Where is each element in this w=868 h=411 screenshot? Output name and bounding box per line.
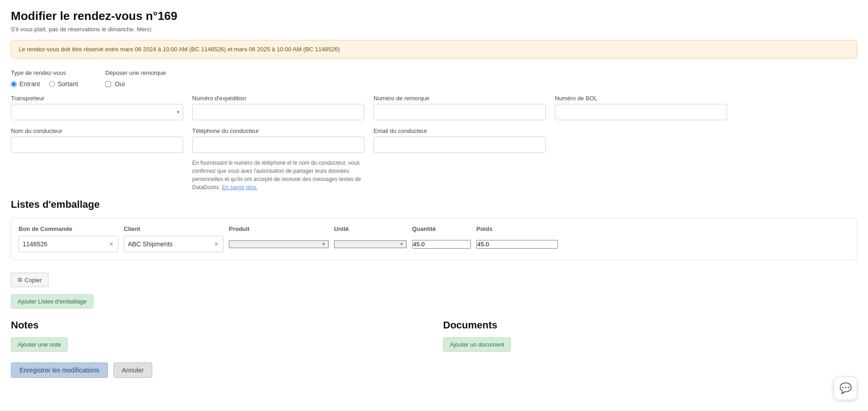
deposer-group: Déposer une remorque Oui — [105, 69, 166, 88]
type-rdv-group: Type de rendez-vous Entrant Sortant — [11, 69, 78, 88]
bol-group: Numéro de BOL — [555, 95, 727, 120]
nom-conducteur-group: Nom du conducteur — [11, 127, 183, 153]
transporteur-group: Transporteur — [11, 95, 183, 120]
radio-entrant[interactable] — [11, 81, 17, 87]
produit-select-wrapper[interactable] — [229, 240, 329, 248]
header-quantite: Quantité — [412, 225, 471, 232]
packing-table: Bon de Commande Client Produit Unité Qua… — [11, 218, 857, 260]
oui-checkbox[interactable] — [105, 81, 111, 87]
bol-input[interactable] — [555, 104, 727, 120]
radio-sortant-label[interactable]: Sortant — [49, 80, 78, 88]
email-conducteur-group: Email du conducteur — [373, 127, 546, 153]
cancel-button[interactable]: Annuler — [113, 362, 152, 378]
privacy-link[interactable]: En savoir plus. — [222, 184, 257, 191]
copy-button[interactable]: ⧉ Copier — [11, 273, 48, 287]
bon-commande-tag[interactable]: 1148526 × — [19, 236, 118, 252]
notes-section: Notes Ajouter une note — [11, 319, 425, 352]
radio-sortant[interactable] — [49, 81, 55, 87]
copy-icon: ⧉ — [18, 276, 22, 284]
tel-conducteur-group: Téléphone du conducteur En fournissant l… — [192, 127, 364, 191]
header-bon-commande: Bon de Commande — [19, 225, 118, 232]
documents-section: Documents Ajouter un document — [443, 319, 858, 352]
add-packing-button[interactable]: Ajouter Listes d'emballage — [11, 294, 93, 308]
page-title: Modifier le rendez-vous n°169 — [11, 9, 857, 23]
transporteur-select[interactable] — [11, 104, 183, 120]
bon-commande-clear-button[interactable]: × — [108, 240, 114, 248]
bon-commande-value: 1148526 — [23, 240, 108, 248]
bottom-section: Notes Ajouter une note Documents Ajouter… — [11, 319, 857, 352]
header-unite: Unité — [334, 225, 407, 232]
client-value: ABC Shipments — [128, 240, 213, 248]
footer-actions: Enregistrer les modifications Annuler — [11, 362, 857, 378]
nom-conducteur-label: Nom du conducteur — [11, 127, 183, 134]
alert-banner: Le rendez-vous doit être réservé entre m… — [11, 40, 857, 59]
packing-headers: Bon de Commande Client Produit Unité Qua… — [19, 225, 849, 232]
unite-select[interactable] — [334, 240, 407, 248]
chat-fab-button[interactable]: 💬 — [834, 377, 857, 387]
quantite-input[interactable]: 45.0 — [412, 240, 471, 249]
deposer-label: Déposer une remorque — [105, 69, 166, 76]
add-note-button[interactable]: Ajouter une note — [11, 338, 68, 352]
expedition-label: Numéro d'expédition — [192, 95, 364, 102]
produit-select[interactable] — [229, 240, 329, 248]
email-conducteur-input[interactable] — [373, 137, 546, 153]
poids-input[interactable]: 45.0 — [476, 240, 558, 249]
radio-entrant-label[interactable]: Entrant — [11, 80, 40, 88]
page-subtitle: S'il vous plaît, pas de réservations le … — [11, 26, 857, 33]
header-produit: Produit — [229, 225, 329, 232]
transporteur-label: Transporteur — [11, 95, 183, 102]
client-cell: ABC Shipments × — [124, 236, 223, 252]
transporteur-select-wrapper[interactable] — [11, 104, 183, 120]
remorque-label: Numéro de remorque — [373, 95, 546, 102]
remorque-input[interactable] — [373, 104, 546, 120]
header-client: Client — [124, 225, 223, 232]
unite-select-wrapper[interactable] — [334, 240, 407, 248]
packing-row: 1148526 × ABC Shipments × — [19, 236, 849, 252]
packing-title: Listes d'emballage — [11, 199, 857, 210]
chat-icon: 💬 — [839, 382, 852, 387]
expedition-group: Numéro d'expédition — [192, 95, 364, 120]
notes-title: Notes — [11, 319, 425, 331]
oui-label[interactable]: Oui — [115, 80, 125, 88]
produit-cell — [229, 240, 329, 248]
documents-title: Documents — [443, 319, 858, 331]
privacy-note: En fournissant le numéro de téléphone et… — [192, 159, 364, 191]
nom-conducteur-input[interactable] — [11, 137, 183, 153]
save-button[interactable]: Enregistrer les modifications — [11, 362, 108, 378]
expedition-input[interactable] — [192, 104, 364, 120]
add-document-button[interactable]: Ajouter un document — [443, 338, 511, 352]
copy-button-label: Copier — [24, 277, 42, 284]
email-conducteur-label: Email du conducteur — [373, 127, 546, 134]
bon-commande-cell: 1148526 × — [19, 236, 118, 252]
tel-conducteur-label: Téléphone du conducteur — [192, 127, 364, 134]
header-poids: Poids — [476, 225, 558, 232]
client-clear-button[interactable]: × — [213, 240, 219, 248]
bol-label: Numéro de BOL — [555, 95, 727, 102]
poids-cell: 45.0 — [476, 240, 558, 249]
remorque-group: Numéro de remorque — [373, 95, 546, 120]
type-rdv-label: Type de rendez-vous — [11, 69, 78, 76]
client-tag[interactable]: ABC Shipments × — [124, 236, 223, 252]
unite-cell — [334, 240, 407, 248]
tel-conducteur-input[interactable] — [192, 137, 364, 153]
quantite-cell: 45.0 — [412, 240, 471, 249]
